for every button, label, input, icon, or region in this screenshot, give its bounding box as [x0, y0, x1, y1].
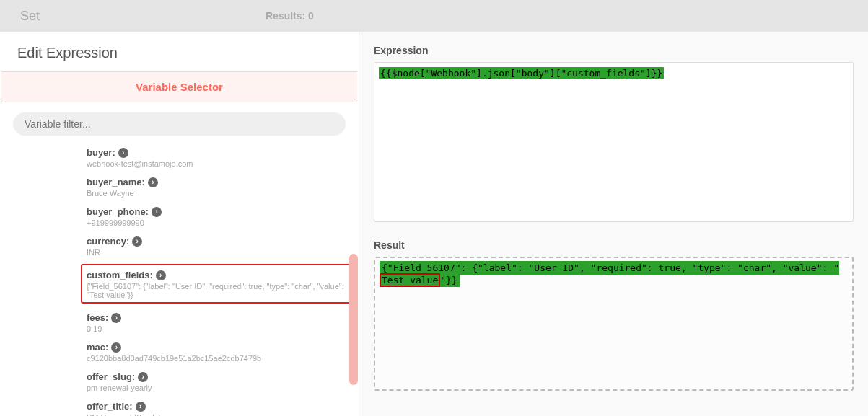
variable-item[interactable]: offer_slug:›pm-renewal-yearly	[87, 370, 337, 392]
variable-item[interactable]: buyer_name:›Bruce Wayne	[87, 175, 337, 198]
expression-label: Expression	[374, 45, 854, 56]
add-icon[interactable]: ›	[148, 177, 158, 187]
main-area: Edit Expression Variable Selector buyer:…	[0, 32, 868, 416]
left-panel: Edit Expression Variable Selector buyer:…	[0, 32, 359, 416]
variable-list: buyer:›webhook-test@instamojo.combuyer_n…	[0, 146, 359, 416]
variable-value: +919999999990	[87, 218, 337, 227]
variable-value: {"Field_56107": {"label": "User ID", "re…	[87, 282, 346, 299]
expression-editor[interactable]: {{$node["Webhook"].json["body"]["custom_…	[374, 62, 854, 222]
variable-key: buyer_phone:›	[87, 206, 162, 217]
variable-key: offer_slug:›	[87, 371, 148, 382]
variable-item[interactable]: offer_title:›PM Renewal (Yearly)	[87, 399, 337, 416]
variable-value: Bruce Wayne	[87, 189, 337, 198]
result-highlight: Test value	[380, 273, 440, 287]
result-line: {"Field_56107": {"label": "User ID", "re…	[380, 261, 839, 287]
add-icon[interactable]: ›	[138, 372, 148, 382]
variable-item[interactable]: buyer_phone:›+919999999990	[87, 205, 337, 227]
variable-value: INR	[87, 248, 337, 257]
variable-key: offer_title:›	[87, 401, 146, 412]
variable-item[interactable]: mac:›c9120bba8d0ad749cb19e51a2bc15ae2cdb…	[87, 340, 337, 363]
add-icon[interactable]: ›	[132, 236, 142, 247]
variable-key: mac:›	[87, 342, 121, 353]
variable-item[interactable]: currency:›INR	[87, 234, 337, 257]
add-icon[interactable]: ›	[118, 148, 128, 158]
add-icon[interactable]: ›	[136, 402, 146, 412]
variable-key: currency:›	[87, 236, 142, 247]
expression-token: {{$node["Webhook"].json["body"]["custom_…	[379, 67, 664, 79]
results-count: Results: 0	[266, 10, 314, 22]
tab-variable-selector[interactable]: Variable Selector	[1, 71, 357, 102]
variable-item[interactable]: fees:›0.19	[87, 311, 337, 333]
variable-filter-input[interactable]	[13, 112, 346, 136]
result-box: {"Field_56107": {"label": "User ID", "re…	[374, 257, 854, 391]
variable-item[interactable]: buyer:›webhook-test@instamojo.com	[87, 146, 337, 168]
variable-key: buyer_name:›	[87, 177, 158, 187]
add-icon[interactable]: ›	[156, 270, 166, 280]
scrollbar-thumb[interactable]	[349, 254, 358, 385]
panel-header: Edit Expression	[0, 32, 359, 71]
variable-key: custom_fields:›	[87, 270, 166, 280]
add-icon[interactable]: ›	[111, 342, 121, 353]
filter-wrap	[0, 102, 359, 146]
variable-key: fees:›	[87, 312, 121, 323]
variable-value: PM Renewal (Yearly)	[87, 413, 337, 416]
variable-value: pm-renewal-yearly	[87, 384, 337, 392]
variable-item[interactable]: custom_fields:›{"Field_56107": {"label":…	[81, 264, 351, 304]
add-icon[interactable]: ›	[111, 313, 121, 323]
variable-value: c9120bba8d0ad749cb19e51a2bc15ae2cdb7479b	[87, 354, 337, 363]
right-panel: Expression {{$node["Webhook"].json["body…	[359, 32, 868, 416]
variable-value: webhook-test@instamojo.com	[87, 159, 337, 168]
node-title: Set	[20, 9, 266, 24]
add-icon[interactable]: ›	[152, 207, 162, 217]
topbar: Set Results: 0	[0, 0, 868, 32]
result-post: "}}	[440, 275, 457, 286]
result-label: Result	[374, 239, 854, 251]
variable-key: buyer:›	[87, 147, 128, 158]
result-pre: {"Field_56107": {"label": "User ID", "re…	[382, 262, 839, 273]
variable-value: 0.19	[87, 324, 337, 333]
